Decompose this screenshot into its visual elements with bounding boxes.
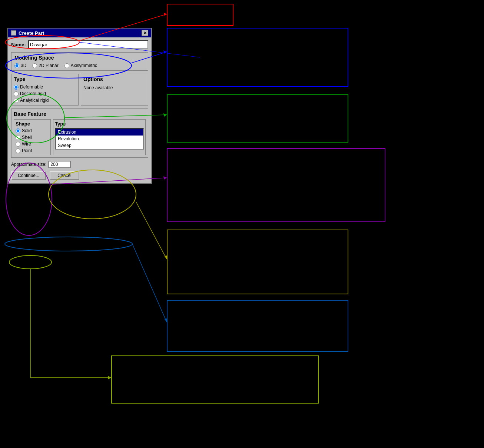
list-item-revolution[interactable]: Revolution <box>56 136 143 142</box>
annotation-box-green <box>167 94 348 143</box>
svg-line-17 <box>132 244 167 322</box>
type-deformable[interactable]: Deformable <box>14 84 76 90</box>
annotation-box-lime <box>111 355 319 404</box>
name-label: Name: <box>11 42 26 47</box>
options-section: Options None available <box>81 74 148 106</box>
svg-line-15 <box>136 202 167 259</box>
button-row: Continue... Cancel <box>11 171 148 180</box>
shape-type-row: Shape Solid Shell Wire Point <box>14 119 146 155</box>
close-button[interactable]: ✕ <box>142 30 148 36</box>
svg-marker-14 <box>163 176 167 180</box>
svg-marker-8 <box>164 13 167 16</box>
options-header: Options <box>83 76 146 82</box>
option-3d[interactable]: 3D <box>14 63 26 68</box>
continue-button[interactable]: Continue... <box>11 171 46 180</box>
type-options-row: Type Deformable Discrete rigid Analytica… <box>11 74 148 106</box>
shape-solid[interactable]: Solid <box>16 128 49 133</box>
type-discrete-rigid[interactable]: Discrete rigid <box>14 91 76 96</box>
shape-wire[interactable]: Wire <box>16 141 49 147</box>
base-feature-section: Base Feature Shape Solid Shell Wire <box>11 108 148 158</box>
approx-size-input[interactable] <box>49 161 71 168</box>
type-analytical-rigid[interactable]: Analytical rigid <box>14 98 76 103</box>
modeling-space-header: Modeling Space <box>14 55 145 61</box>
svg-marker-12 <box>163 113 167 117</box>
type-section: Type Deformable Discrete rigid Analytica… <box>11 74 79 106</box>
svg-point-6 <box>9 255 52 269</box>
dialog-titlebar: Create Part ✕ <box>8 29 151 37</box>
create-part-dialog: Create Part ✕ Name: Dzwigar Modeling Spa… <box>7 28 152 184</box>
annotation-box-darkblue <box>167 300 348 352</box>
list-item-extrusion[interactable]: Extrusion <box>56 129 143 136</box>
name-row: Name: Dzwigar <box>11 40 148 49</box>
type-header: Type <box>14 76 76 82</box>
annotation-box-red <box>167 4 233 26</box>
modeling-space-section: Modeling Space 3D 2D Planar Axisymmetric <box>11 52 148 71</box>
shape-column: Shape Solid Shell Wire Point <box>14 119 51 155</box>
svg-point-5 <box>5 237 132 251</box>
type-col-header: Type <box>55 121 144 127</box>
shape-col-header: Shape <box>16 121 49 127</box>
svg-marker-21 <box>108 376 111 380</box>
type-listbox: Extrusion Revolution Sweep <box>55 128 144 150</box>
approx-size-row: Approximate size: <box>11 161 148 168</box>
modeling-space-options: 3D 2D Planar Axisymmetric <box>14 63 145 68</box>
option-axisymmetric[interactable]: Axisymmetric <box>64 63 97 68</box>
approx-label: Approximate size: <box>11 162 46 167</box>
shape-shell[interactable]: Shell <box>16 135 49 140</box>
shape-point[interactable]: Point <box>16 148 49 153</box>
list-item-sweep[interactable]: Sweep <box>56 142 143 149</box>
type-column: Type Extrusion Revolution Sweep <box>53 119 146 155</box>
base-feature-header: Base Feature <box>14 111 146 117</box>
annotation-box-purple <box>167 148 385 222</box>
svg-marker-10 <box>163 50 167 54</box>
dialog-title: Create Part <box>19 30 44 36</box>
options-none-text: None available <box>83 85 146 90</box>
name-input[interactable]: Dzwigar <box>28 40 148 49</box>
annotation-box-blue <box>167 28 348 87</box>
option-2d-planar[interactable]: 2D Planar <box>32 63 58 68</box>
annotation-box-yellow <box>167 230 348 294</box>
cancel-button[interactable]: Cancel <box>50 171 79 180</box>
dialog-icon <box>11 30 16 36</box>
